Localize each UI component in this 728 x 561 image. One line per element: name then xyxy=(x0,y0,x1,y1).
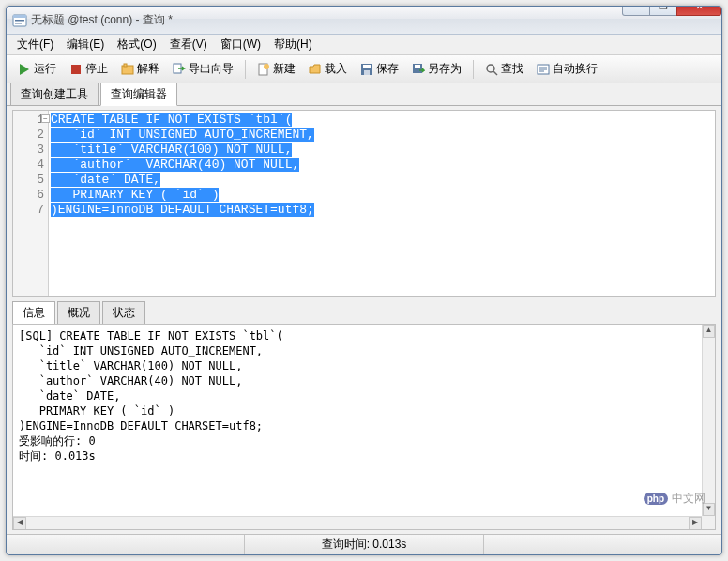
explain-button[interactable]: 解释 xyxy=(115,58,165,81)
run-label: 运行 xyxy=(34,61,56,77)
tab-info[interactable]: 信息 xyxy=(12,301,55,325)
explain-label: 解释 xyxy=(137,61,159,77)
wrap-label: 自动换行 xyxy=(553,61,598,77)
menubar: 文件(F) 编辑(E) 格式(O) 查看(V) 窗口(W) 帮助(H) xyxy=(7,35,721,55)
svg-point-10 xyxy=(264,64,269,69)
svg-rect-15 xyxy=(415,65,420,68)
result-text[interactable]: [SQL] CREATE TABLE IF NOT EXISTS `tbl`( … xyxy=(13,325,715,529)
export-button[interactable]: 导出向导 xyxy=(167,58,239,81)
code-line: CREATE TABLE IF NOT EXISTS `tbl`( xyxy=(51,113,292,127)
wrap-button[interactable]: 自动换行 xyxy=(531,58,603,81)
code-line: )ENGINE=InnoDB DEFAULT CHARSET=utf8; xyxy=(51,203,314,217)
result-line: 受影响的行: 0 xyxy=(19,434,96,447)
svg-rect-5 xyxy=(71,65,81,74)
result-line: [SQL] CREATE TABLE IF NOT EXISTS `tbl`( xyxy=(19,329,283,342)
window-controls: — ❐ ✕ xyxy=(623,6,721,16)
watermark-badge: php xyxy=(644,493,668,505)
export-icon xyxy=(173,63,186,76)
line-number: 4 xyxy=(13,158,44,173)
menu-view[interactable]: 查看(V) xyxy=(163,35,214,54)
explain-icon xyxy=(121,63,134,76)
new-button[interactable]: 新建 xyxy=(251,58,301,81)
svg-rect-1 xyxy=(13,15,26,18)
menu-help[interactable]: 帮助(H) xyxy=(267,35,319,54)
line-number: 2 xyxy=(13,128,44,143)
line-number: 3 xyxy=(13,143,44,158)
svg-rect-3 xyxy=(15,23,22,24)
find-label: 查找 xyxy=(501,61,523,77)
toolbar-separator xyxy=(473,60,474,79)
line-number: 6 xyxy=(13,188,44,203)
horizontal-scrollbar[interactable]: ◀ ▶ xyxy=(13,516,702,529)
scroll-corner xyxy=(702,516,715,529)
result-line: 时间: 0.013s xyxy=(19,449,96,462)
watermark-text: 中文网 xyxy=(672,491,705,507)
window-title: 无标题 @test (conn) - 查询 * xyxy=(31,12,173,28)
result-tabs: 信息 概况 状态 xyxy=(7,303,721,324)
saveas-button[interactable]: 另存为 xyxy=(406,58,467,81)
save-label: 保存 xyxy=(376,61,399,77)
maximize-button[interactable]: ❐ xyxy=(649,6,677,16)
line-number: 7 xyxy=(13,203,44,218)
result-pane: [SQL] CREATE TABLE IF NOT EXISTS `tbl`( … xyxy=(12,324,716,530)
editor-tabs: 查询创建工具 查询编辑器 xyxy=(7,83,721,106)
status-cell-left xyxy=(7,535,245,554)
watermark: php 中文网 xyxy=(644,491,705,507)
save-icon xyxy=(360,63,373,76)
svg-rect-13 xyxy=(364,70,370,75)
code-line: `date` DATE, xyxy=(51,173,160,187)
result-line: )ENGINE=InnoDB DEFAULT CHARSET=utf8; xyxy=(19,419,263,432)
status-query-time: 查询时间: 0.013s xyxy=(245,535,483,554)
tab-query-editor[interactable]: 查询编辑器 xyxy=(100,83,177,106)
tab-query-builder[interactable]: 查询创建工具 xyxy=(10,83,99,105)
minimize-button[interactable]: — xyxy=(622,6,650,16)
code-editor[interactable]: − 1 2 3 4 5 6 7 CREATE TABLE IF NOT EXIS… xyxy=(12,110,716,297)
result-line: `author` VARCHAR(40) NOT NULL, xyxy=(19,374,242,387)
save-button[interactable]: 保存 xyxy=(355,58,404,81)
run-button[interactable]: 运行 xyxy=(12,58,62,81)
play-icon xyxy=(18,63,31,76)
stop-icon xyxy=(69,63,83,76)
result-line: PRIMARY KEY ( `id` ) xyxy=(19,404,174,417)
menu-format[interactable]: 格式(O) xyxy=(111,35,162,54)
close-button[interactable]: ✕ xyxy=(676,6,721,16)
stop-label: 停止 xyxy=(85,61,108,77)
new-label: 新建 xyxy=(273,61,296,77)
export-label: 导出向导 xyxy=(189,61,234,77)
app-icon xyxy=(12,13,27,28)
app-window: 无标题 @test (conn) - 查询 * — ❐ ✕ 文件(F) 编辑(E… xyxy=(6,6,722,555)
code-content[interactable]: CREATE TABLE IF NOT EXISTS `tbl`( `id` I… xyxy=(49,111,715,296)
scroll-right-icon[interactable]: ▶ xyxy=(689,517,702,530)
statusbar: 查询时间: 0.013s xyxy=(7,534,721,554)
result-line: `date` DATE, xyxy=(19,389,120,402)
scroll-left-icon[interactable]: ◀ xyxy=(13,517,26,530)
svg-rect-2 xyxy=(15,20,24,22)
toolbar-separator xyxy=(245,60,246,79)
wrap-icon xyxy=(537,63,550,76)
fold-toggle-icon[interactable]: − xyxy=(41,114,50,123)
code-line: `author` VARCHAR(40) NOT NULL, xyxy=(51,158,299,172)
scroll-up-icon[interactable]: ▲ xyxy=(703,325,715,338)
svg-rect-7 xyxy=(124,64,127,67)
menu-edit[interactable]: 编辑(E) xyxy=(60,35,111,54)
find-button[interactable]: 查找 xyxy=(479,58,529,81)
code-line: PRIMARY KEY ( `id` ) xyxy=(51,188,219,202)
result-line: `title` VARCHAR(100) NOT NULL, xyxy=(19,359,242,372)
titlebar[interactable]: 无标题 @test (conn) - 查询 * — ❐ ✕ xyxy=(7,7,721,35)
tab-status[interactable]: 状态 xyxy=(102,301,145,324)
svg-rect-12 xyxy=(363,65,371,68)
tab-profile[interactable]: 概况 xyxy=(57,301,100,324)
svg-point-16 xyxy=(487,65,494,72)
load-button[interactable]: 载入 xyxy=(303,58,353,81)
line-number: 5 xyxy=(13,173,44,188)
menu-file[interactable]: 文件(F) xyxy=(10,35,60,54)
load-label: 载入 xyxy=(325,61,347,77)
folder-open-icon xyxy=(309,63,322,76)
code-line: `title` VARCHAR(100) NOT NULL, xyxy=(51,143,292,157)
result-line: `id` INT UNSIGNED AUTO_INCREMENT, xyxy=(19,344,263,357)
stop-button[interactable]: 停止 xyxy=(64,58,114,81)
new-icon xyxy=(257,63,270,76)
menu-window[interactable]: 窗口(W) xyxy=(214,35,267,54)
vertical-scrollbar[interactable]: ▲ ▼ xyxy=(702,325,715,516)
line-number: 1 xyxy=(13,113,44,128)
